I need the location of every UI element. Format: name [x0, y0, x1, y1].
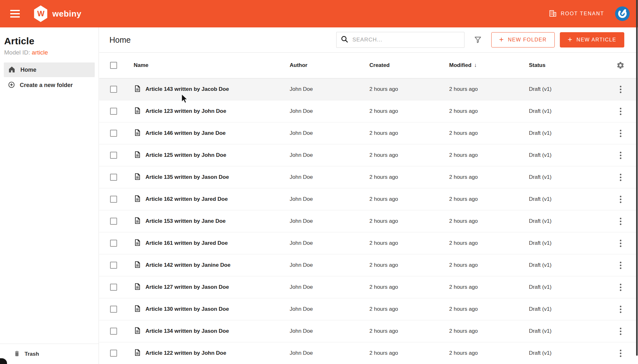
sort-desc-icon: ↓ [474, 62, 477, 69]
document-icon [134, 195, 141, 204]
row-modified: 2 hours ago [443, 262, 523, 268]
table-row[interactable]: Article 162 written by Jared Doe John Do… [99, 188, 638, 210]
row-status: Draft (v1) [523, 86, 603, 92]
row-name[interactable]: Article 143 written by Jacob Doe [145, 86, 229, 92]
sidebar-item-trash[interactable]: Trash [0, 344, 99, 364]
row-name[interactable]: Article 122 written by John Doe [145, 350, 226, 356]
row-checkbox[interactable] [110, 328, 117, 335]
row-modified: 2 hours ago [443, 328, 523, 334]
search-box[interactable] [336, 32, 464, 48]
row-checkbox[interactable] [110, 218, 117, 225]
document-icon [134, 305, 141, 314]
row-name[interactable]: Article 127 written by Jason Doe [145, 284, 229, 290]
table-settings-gear-icon[interactable] [616, 61, 625, 69]
row-checkbox[interactable] [110, 174, 117, 181]
row-created: 2 hours ago [364, 218, 443, 224]
row-author: John Doe [284, 262, 364, 268]
row-name[interactable]: Article 134 written by Jason Doe [145, 328, 229, 334]
table-row[interactable]: Article 127 written by Jason Doe John Do… [99, 276, 638, 298]
table-row[interactable]: Article 130 written by Jason Doe John Do… [99, 298, 638, 320]
row-name[interactable]: Article 161 written by Jared Doe [145, 240, 228, 246]
table-row[interactable]: Article 123 written by John Doe John Doe… [99, 100, 638, 122]
vertical-scrollbar[interactable] [636, 0, 638, 356]
row-name[interactable]: Article 142 written by Janine Doe [145, 262, 230, 268]
row-actions-kebab-icon[interactable] [617, 215, 624, 228]
row-actions-kebab-icon[interactable] [617, 105, 624, 118]
select-all-checkbox[interactable] [110, 62, 117, 69]
row-name[interactable]: Article 125 written by John Doe [145, 152, 226, 158]
row-name[interactable]: Article 162 written by Jared Doe [145, 196, 228, 202]
row-author: John Doe [284, 328, 364, 334]
column-header-modified[interactable]: Modified ↓ [443, 62, 523, 69]
row-actions-kebab-icon[interactable] [617, 237, 624, 250]
row-actions-kebab-icon[interactable] [617, 303, 624, 316]
row-actions-kebab-icon[interactable] [617, 149, 624, 162]
row-actions-kebab-icon[interactable] [617, 347, 624, 360]
row-name[interactable]: Article 130 written by Jason Doe [145, 306, 229, 312]
table-row[interactable]: Article 134 written by Jason Doe John Do… [99, 320, 638, 342]
search-input[interactable] [352, 37, 460, 43]
webiny-hexagon-icon: W [33, 5, 48, 22]
row-actions-kebab-icon[interactable] [617, 325, 624, 338]
row-name[interactable]: Article 135 written by Jason Doe [145, 174, 229, 180]
row-actions-kebab-icon[interactable] [617, 83, 624, 96]
model-id: Model ID: article [4, 49, 91, 56]
row-name[interactable]: Article 123 written by John Doe [145, 108, 226, 114]
row-actions-kebab-icon[interactable] [617, 281, 624, 294]
model-id-value[interactable]: article [32, 49, 48, 56]
table-row[interactable]: Article 142 written by Janine Doe John D… [99, 254, 638, 276]
row-actions-kebab-icon[interactable] [617, 259, 624, 272]
column-header-status[interactable]: Status [523, 62, 603, 69]
breadcrumb-home: Home [109, 35, 131, 45]
row-created: 2 hours ago [364, 196, 443, 202]
row-author: John Doe [284, 174, 364, 180]
webiny-logo[interactable]: W webiny [33, 5, 81, 22]
row-checkbox[interactable] [110, 240, 117, 247]
row-actions-kebab-icon[interactable] [617, 127, 624, 140]
column-header-created[interactable]: Created [364, 62, 443, 69]
filter-icon[interactable] [473, 35, 482, 44]
plus-icon: + [499, 36, 504, 43]
row-checkbox[interactable] [110, 86, 117, 93]
row-status: Draft (v1) [523, 196, 603, 202]
sidebar-item-home[interactable]: Home [4, 62, 95, 77]
table-row[interactable]: Article 161 written by Jared Doe John Do… [99, 232, 638, 254]
row-checkbox[interactable] [110, 350, 117, 357]
row-checkbox[interactable] [110, 196, 117, 203]
row-modified: 2 hours ago [443, 174, 523, 180]
document-icon [134, 239, 141, 248]
row-checkbox[interactable] [110, 152, 117, 159]
row-name[interactable]: Article 153 written by Jane Doe [145, 218, 226, 224]
tenant-selector[interactable]: ROOT TENANT [549, 9, 604, 18]
sidebar-item-create-folder[interactable]: Create a new folder [4, 78, 95, 92]
row-checkbox[interactable] [110, 130, 117, 137]
column-header-author[interactable]: Author [284, 62, 364, 69]
row-actions-kebab-icon[interactable] [617, 171, 624, 184]
table-row[interactable]: Article 135 written by Jason Doe John Do… [99, 166, 638, 188]
row-name[interactable]: Article 146 written by Jane Doe [145, 130, 226, 136]
row-modified: 2 hours ago [443, 350, 523, 356]
menu-icon[interactable] [9, 9, 21, 18]
new-article-button[interactable]: + NEW ARTICLE [560, 32, 624, 47]
table-row[interactable]: Article 153 written by Jane Doe John Doe… [99, 210, 638, 232]
table-body: Article 143 written by Jacob Doe John Do… [99, 78, 638, 364]
row-checkbox[interactable] [110, 306, 117, 313]
row-checkbox[interactable] [110, 262, 117, 269]
row-status: Draft (v1) [523, 240, 603, 246]
new-folder-button[interactable]: + NEW FOLDER [491, 32, 555, 47]
table-row[interactable]: Article 122 written by John Doe John Doe… [99, 342, 638, 364]
row-modified: 2 hours ago [443, 152, 523, 158]
table-row[interactable]: Article 125 written by John Doe John Doe… [99, 144, 638, 166]
table-row[interactable]: Article 146 written by Jane Doe John Doe… [99, 122, 638, 144]
table-row[interactable]: Article 143 written by Jacob Doe John Do… [99, 78, 638, 100]
column-header-name[interactable]: Name [128, 62, 284, 69]
row-created: 2 hours ago [364, 328, 443, 334]
row-checkbox[interactable] [110, 108, 117, 115]
entries-table: Name Author Created Modified ↓ Status [99, 53, 638, 364]
plus-circle-icon [8, 81, 15, 90]
sidebar: Article Model ID: article Home [0, 27, 99, 364]
row-actions-kebab-icon[interactable] [617, 193, 624, 206]
row-checkbox[interactable] [110, 284, 117, 291]
row-modified: 2 hours ago [443, 130, 523, 136]
user-avatar[interactable] [615, 6, 630, 21]
